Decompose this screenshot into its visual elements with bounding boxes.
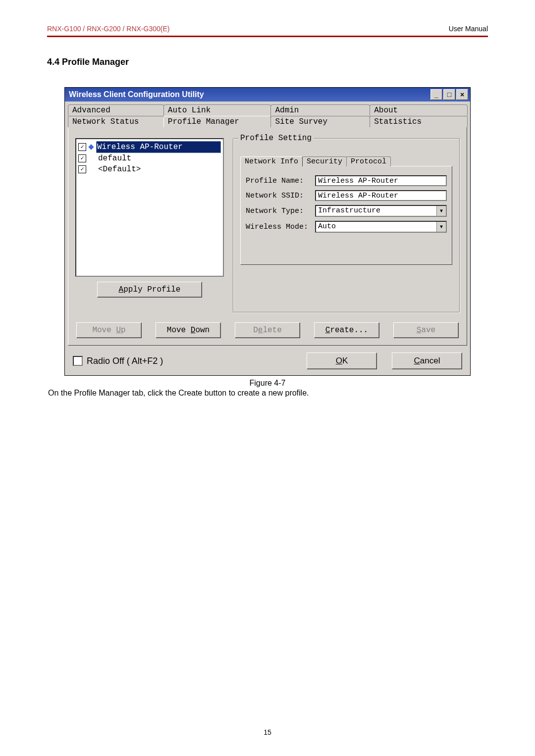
profile-name-input[interactable] <box>315 175 447 186</box>
profile-name-label: Profile Name: <box>246 177 315 185</box>
checkbox-icon[interactable]: ✓ <box>78 165 86 173</box>
combo-value: Auto <box>316 222 436 232</box>
checkbox-icon[interactable]: ✓ <box>78 154 86 162</box>
tab-site-survey[interactable]: Site Survey <box>270 116 370 127</box>
inner-tab-network-info[interactable]: Network Info <box>240 156 303 166</box>
list-item[interactable]: ✓ default <box>77 153 222 164</box>
button-row: Move Up Move Down Delete Create... Save <box>75 322 460 338</box>
window-title: Wireless Client Configuration Utility <box>69 90 204 99</box>
body-text: On the Profile Manager tab, click the Cr… <box>48 389 488 398</box>
checkbox-icon[interactable]: ✓ <box>78 143 86 151</box>
main-tabstrip: Advanced Auto Link Admin About Network S… <box>68 104 467 346</box>
header-right: User Manual <box>449 25 488 33</box>
titlebar: Wireless Client Configuration Utility _ … <box>65 88 470 101</box>
inner-tabstrip: Network Info Security Protocol <box>240 156 452 166</box>
save-button[interactable]: Save <box>393 322 459 338</box>
list-item[interactable]: ✓ <Default> <box>77 164 222 175</box>
chevron-down-icon[interactable]: ▼ <box>436 206 446 216</box>
move-down-button[interactable]: Move Down <box>156 322 221 338</box>
dialog-footer: Radio Off ( Alt+F2 ) OK Cancel <box>68 346 467 372</box>
list-item-label: default <box>97 153 221 164</box>
network-type-combo[interactable]: Infrastructure ▼ <box>315 205 447 217</box>
figure-caption: Figure 4-7 <box>47 379 488 388</box>
tab-statistics[interactable]: Statistics <box>370 116 468 127</box>
inner-tab-security[interactable]: Security <box>302 156 347 166</box>
header-rule <box>47 36 488 37</box>
active-marker-icon <box>88 144 94 150</box>
create-button[interactable]: Create... <box>314 322 379 338</box>
tab-admin[interactable]: Admin <box>270 104 370 116</box>
section-heading: 4.4 Profile Manager <box>47 57 488 67</box>
network-ssid-label: Network SSID: <box>246 192 315 200</box>
tab-about[interactable]: About <box>370 104 468 116</box>
radio-off-label: Radio Off ( Alt+F2 ) <box>87 356 292 366</box>
network-ssid-input[interactable] <box>315 190 447 201</box>
page-number: 15 <box>0 728 535 736</box>
wireless-mode-combo[interactable]: Auto ▼ <box>315 221 447 233</box>
move-up-button[interactable]: Move Up <box>76 322 142 338</box>
inner-tab-panel: Profile Name: Network SSID: Network Type… <box>240 166 452 265</box>
profile-listbox[interactable]: ✓ Wireless AP-Router ✓ default ✓ <box>75 138 224 277</box>
tab-auto-link[interactable]: Auto Link <box>163 104 271 116</box>
minimize-button[interactable]: _ <box>430 89 442 100</box>
maximize-button[interactable]: □ <box>443 89 455 100</box>
groupbox-legend: Profile Setting <box>238 134 314 143</box>
tab-profile-manager[interactable]: Profile Manager <box>163 116 271 127</box>
apply-profile-button[interactable]: Apply Profile <box>97 282 202 298</box>
list-item[interactable]: ✓ Wireless AP-Router <box>77 141 222 153</box>
tab-advanced[interactable]: Advanced <box>68 104 164 116</box>
list-item-label: Wireless AP-Router <box>96 141 221 153</box>
wireless-mode-label: Wireless Mode: <box>246 223 315 231</box>
close-button[interactable]: × <box>456 89 468 100</box>
app-window: Wireless Client Configuration Utility _ … <box>64 87 471 376</box>
network-type-label: Network Type: <box>246 207 315 215</box>
tab-panel: ✓ Wireless AP-Router ✓ default ✓ <box>68 127 467 346</box>
ok-button[interactable]: OK <box>307 353 377 369</box>
cancel-button[interactable]: Cancel <box>392 353 462 369</box>
list-item-label: <Default> <box>97 164 221 175</box>
chevron-down-icon[interactable]: ▼ <box>436 222 446 232</box>
header-left: RNX-G100 / RNX-G200 / RNX-G300(E) <box>47 25 169 33</box>
inner-tab-protocol[interactable]: Protocol <box>346 156 391 166</box>
tab-network-status[interactable]: Network Status <box>68 116 164 127</box>
profile-setting-group: Profile Setting Network Info Security Pr… <box>233 138 460 312</box>
combo-value: Infrastructure <box>316 206 436 216</box>
radio-off-checkbox[interactable] <box>73 356 83 366</box>
delete-button[interactable]: Delete <box>235 322 300 338</box>
